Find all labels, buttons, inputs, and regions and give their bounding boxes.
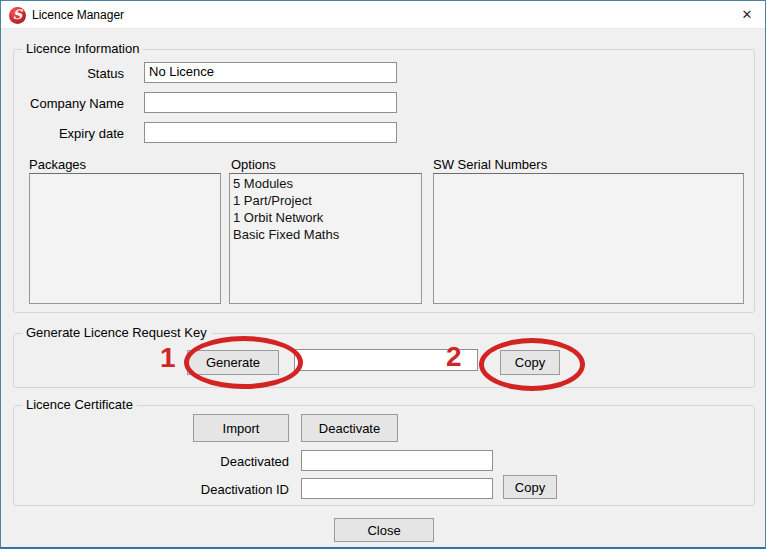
close-icon[interactable]: ✕ (731, 1, 763, 28)
packages-label: Packages (29, 157, 86, 172)
list-item[interactable]: Basic Fixed Maths (233, 226, 421, 243)
title-bar: S Licence Manager ✕ (1, 1, 765, 29)
status-field: No Licence (144, 62, 397, 83)
deactivate-button[interactable]: Deactivate (301, 414, 398, 442)
copy-request-key-button[interactable]: Copy (500, 350, 560, 375)
window-title: Licence Manager (32, 8, 124, 22)
generate-request-key-title: Generate Licence Request Key (22, 325, 211, 340)
deactivation-id-field (301, 478, 493, 499)
import-button[interactable]: Import (193, 414, 289, 442)
options-label: Options (231, 157, 276, 172)
list-item[interactable]: 1 Part/Project (233, 192, 421, 209)
list-item[interactable]: 1 Orbit Network (233, 209, 421, 226)
licence-certificate-title: Licence Certificate (22, 397, 137, 412)
packages-listbox[interactable] (29, 173, 221, 304)
expiry-date-label: Expiry date (24, 126, 124, 141)
options-listbox[interactable]: 5 Modules 1 Part/Project 1 Orbit Network… (229, 173, 422, 304)
expiry-date-field (144, 122, 397, 143)
copy-deactivation-id-button[interactable]: Copy (503, 475, 557, 499)
licence-manager-window: S Licence Manager ✕ Licence Information … (0, 0, 766, 549)
list-item[interactable]: 5 Modules (233, 175, 421, 192)
sw-serial-numbers-label: SW Serial Numbers (433, 157, 547, 172)
licence-information-title: Licence Information (22, 41, 143, 56)
status-label: Status (24, 66, 124, 81)
deactivated-label: Deactivated (189, 454, 289, 469)
company-name-label: Company Name (24, 96, 124, 111)
generate-button[interactable]: Generate (187, 350, 279, 375)
app-logo-icon: S (9, 7, 26, 24)
deactivation-id-label: Deactivation ID (181, 482, 289, 497)
sw-serial-numbers-listbox[interactable] (433, 173, 744, 304)
close-button[interactable]: Close (334, 518, 434, 542)
company-name-field (144, 92, 397, 113)
request-key-field[interactable] (294, 349, 478, 371)
deactivated-field (301, 450, 493, 471)
